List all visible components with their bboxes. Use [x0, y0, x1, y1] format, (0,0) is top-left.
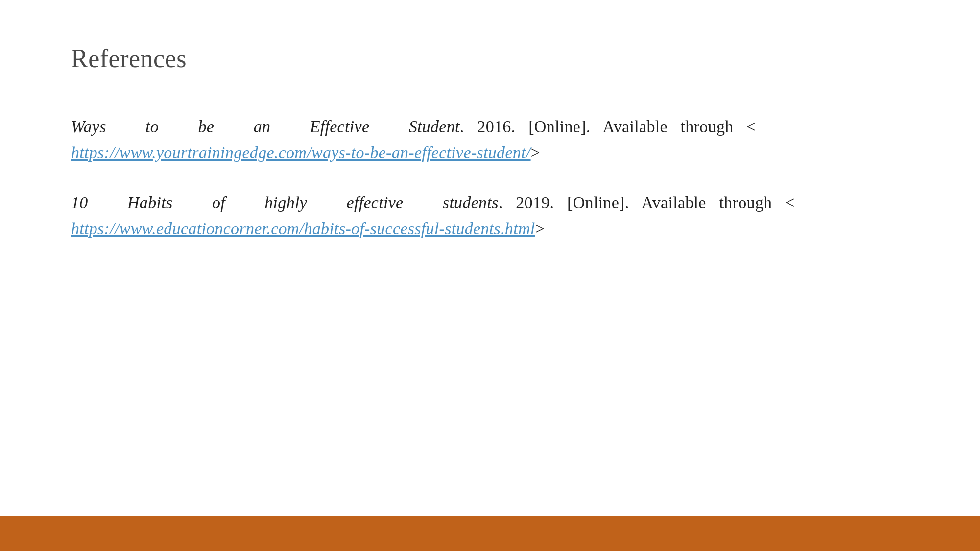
section-divider: [71, 87, 909, 87]
page-content: References Ways to be an Effective Stude…: [0, 0, 980, 242]
ref2-post-text: >: [535, 219, 544, 238]
ref1-post-text: >: [531, 144, 540, 162]
reference-text-1: Ways to be an Effective Student. 2016. […: [71, 114, 909, 166]
reference-block-2: 10 Habits of highly effective students. …: [71, 190, 909, 241]
page-title: References: [71, 44, 909, 73]
ref1-pre-text: Ways to be an Effective Student. 2016. […: [71, 118, 756, 136]
reference-block-1: Ways to be an Effective Student. 2016. […: [71, 114, 909, 166]
ref2-link[interactable]: https://www.educationcorner.com/habits-o…: [71, 219, 535, 238]
ref1-link[interactable]: https://www.yourtrainingedge.com/ways-to…: [71, 144, 531, 162]
reference-text-2: 10 Habits of highly effective students. …: [71, 190, 909, 241]
bottom-bar: [0, 516, 980, 551]
ref2-pre-text: 10 Habits of highly effective students. …: [71, 193, 795, 212]
